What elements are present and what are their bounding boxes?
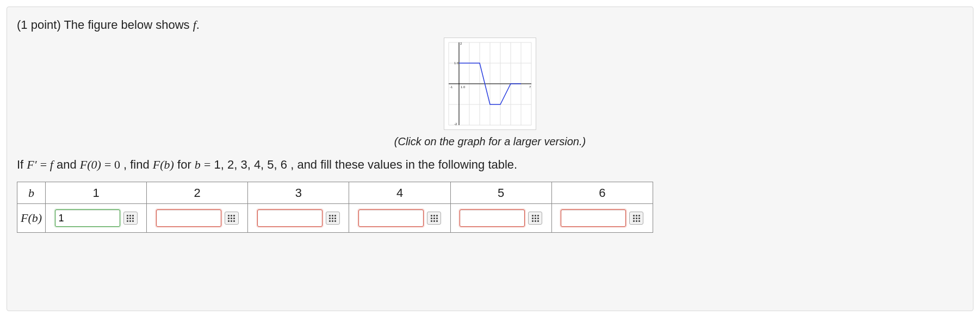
keypad-button[interactable] [427, 212, 441, 225]
svg-text:-2: -2 [454, 122, 457, 126]
prompt-prefix: (1 point) The figure below shows [17, 18, 193, 32]
answer-cell [551, 204, 653, 233]
keypad-button[interactable] [629, 212, 643, 225]
keypad-icon [532, 215, 539, 222]
b-value-cell: 1 [46, 182, 147, 204]
svg-text:1.0: 1.0 [461, 85, 466, 89]
graph-hint: (Click on the graph for a larger version… [17, 135, 963, 148]
answer-input-1[interactable] [55, 209, 120, 227]
b-value-cell: 2 [147, 182, 248, 204]
row-header-b: b [17, 182, 46, 204]
row-header-Fb: F(b) [17, 204, 46, 233]
answer-input-6[interactable] [561, 209, 626, 227]
instr-txt5: , and fill these values in the following… [290, 158, 517, 171]
instr-Fprime: F′ [27, 158, 36, 171]
instr-f1: f [50, 158, 53, 171]
svg-text:1.0: 1.0 [454, 61, 459, 65]
instr-b: b [195, 158, 201, 171]
keypad-button[interactable] [326, 212, 340, 225]
answer-input-5[interactable] [460, 209, 525, 227]
b-value-cell: 5 [450, 182, 551, 204]
prompt-suffix: . [196, 18, 200, 32]
keypad-icon [228, 215, 235, 222]
answer-cell [147, 204, 248, 233]
b-value-cell: 4 [349, 182, 450, 204]
answer-cell [349, 204, 450, 233]
table-row-Fb: F(b) [17, 204, 653, 233]
instr-txt4: for [177, 158, 195, 171]
keypad-button[interactable] [225, 212, 239, 225]
answer-cell [46, 204, 147, 233]
keypad-icon [431, 215, 438, 222]
instr-txt3: , find [123, 158, 153, 171]
graph-svg: 1.0 1.0 -1 7 -2 2 [444, 38, 536, 129]
instr-eq3: = [204, 158, 210, 171]
b-value-cell: 6 [551, 182, 653, 204]
instr-eq2: = [104, 158, 114, 171]
keypad-icon [633, 215, 640, 222]
svg-text:-1: -1 [450, 85, 453, 89]
instr-zero: 0 [114, 158, 120, 171]
instr-eq1: = [40, 158, 50, 171]
answer-cell [248, 204, 349, 233]
instruction-text: If F′ = f and F(0) = 0 , find F(b) for b… [17, 158, 963, 172]
instr-Fb: F(b) [153, 158, 174, 171]
answer-input-4[interactable] [358, 209, 424, 227]
instr-list: 1, 2, 3, 4, 5, 6 [214, 158, 288, 171]
graph-thumbnail[interactable]: 1.0 1.0 -1 7 -2 2 [444, 38, 536, 130]
instr-txt1: If [17, 158, 27, 171]
problem-panel: (1 point) The figure below shows f. [7, 7, 973, 311]
answer-input-2[interactable] [156, 209, 221, 227]
answer-table: b 1 2 3 4 5 6 F(b) [17, 182, 653, 233]
instr-F0: F(0) [80, 158, 101, 171]
table-row-b: b 1 2 3 4 5 6 [17, 182, 653, 204]
answer-cell [450, 204, 551, 233]
b-value-cell: 3 [248, 182, 349, 204]
keypad-icon [329, 215, 336, 222]
keypad-icon [127, 215, 134, 222]
prompt-text: (1 point) The figure below shows f. [17, 18, 963, 32]
instr-txt2: and [57, 158, 80, 171]
keypad-button[interactable] [123, 212, 138, 225]
keypad-button[interactable] [528, 212, 542, 225]
answer-input-3[interactable] [257, 209, 322, 227]
